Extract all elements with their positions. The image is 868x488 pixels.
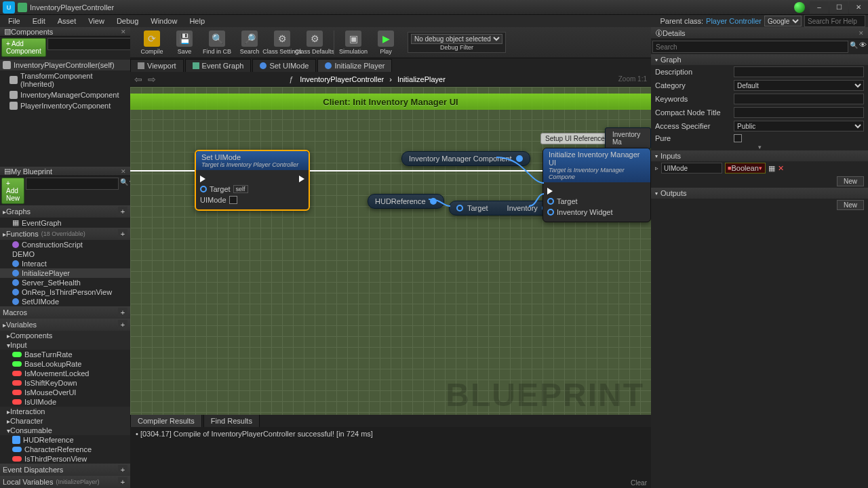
variable-item[interactable]: IsMouseOverUI <box>0 388 130 397</box>
add-new-button[interactable]: + Add New <box>1 178 24 204</box>
localvars-section[interactable]: Local Variables(InitializePlayer)+ <box>0 476 130 488</box>
tab-compiler-results[interactable]: Compiler Results <box>130 414 202 427</box>
close-button[interactable]: ✕ <box>849 1 868 14</box>
node-get-inventory[interactable]: Target Inventory <box>449 201 556 216</box>
var-group[interactable]: ▾Input <box>0 340 130 350</box>
compact-title-input[interactable] <box>734 107 864 118</box>
search-button[interactable]: 🔎Search <box>233 29 266 56</box>
param-type-select[interactable]: ■ Boolean ▾ <box>725 163 766 174</box>
access-select[interactable]: Public <box>734 121 864 131</box>
new-output-button[interactable]: New <box>837 200 864 210</box>
description-input[interactable] <box>734 66 864 77</box>
breadcrumb-parent[interactable]: InventoryPlayerController <box>300 75 384 83</box>
menu-help[interactable]: Help <box>184 16 210 26</box>
maximize-button[interactable]: ☐ <box>829 1 848 14</box>
tree-item[interactable]: Interact <box>0 259 130 268</box>
functions-section[interactable]: ▸Functions(18 Overridable)+ <box>0 228 130 240</box>
tree-item-selected[interactable]: InitializePlayer <box>0 268 130 278</box>
target-pin[interactable] <box>200 186 207 192</box>
source-control-icon[interactable] <box>794 2 805 13</box>
graph-section[interactable]: ▾Graph <box>651 54 868 65</box>
nav-back-button[interactable]: ⇦ <box>134 74 142 85</box>
find-in-cb-button[interactable]: 🔍Find in CB <box>201 29 233 56</box>
menu-view[interactable]: View <box>83 16 110 26</box>
search-icon[interactable] <box>850 41 858 53</box>
output-pin[interactable] <box>516 155 523 162</box>
node-floating[interactable]: Inventory Ma <box>605 127 651 149</box>
widget-pin[interactable] <box>547 209 554 216</box>
menu-edit[interactable]: Edit <box>27 16 51 26</box>
compile-button[interactable]: ⟳Compile <box>136 29 168 56</box>
tab-viewport[interactable]: Viewport <box>130 59 184 72</box>
plus-icon[interactable]: + <box>118 465 127 474</box>
save-button[interactable]: 💾Save <box>168 29 201 56</box>
plus-icon[interactable]: + <box>118 229 127 239</box>
node-set-uimode[interactable]: Set UIModeTarget is Inventory Player Con… <box>195 150 310 211</box>
plus-icon[interactable]: + <box>118 477 127 487</box>
expand-icon[interactable]: ▾ <box>651 144 868 150</box>
var-group[interactable]: ▸Interaction <box>0 407 130 416</box>
variable-item[interactable]: IsUIMode <box>0 397 130 407</box>
comment-setup-ui[interactable]: Setup UI References <box>540 133 613 144</box>
minimize-button[interactable]: – <box>810 1 829 14</box>
plus-icon[interactable]: + <box>118 320 127 329</box>
parent-class-link[interactable]: Player Controller <box>706 17 762 25</box>
inputs-section[interactable]: ▾Inputs <box>651 150 868 161</box>
tree-item[interactable]: SetUIMode <box>0 297 130 306</box>
play-button[interactable]: ▶Play <box>370 29 402 56</box>
tab-find-results[interactable]: Find Results <box>203 414 260 427</box>
var-group[interactable]: ▸Character <box>0 416 130 426</box>
outputs-section[interactable]: ▾Outputs <box>651 188 868 199</box>
component-item[interactable]: PlayerInventoryComponent <box>0 100 130 111</box>
exec-in-pin[interactable] <box>547 188 553 195</box>
tree-item[interactable]: OnRep_IsThirdPersonView <box>0 287 130 297</box>
simulation-button[interactable]: ▣Simulation <box>337 29 370 56</box>
eye-icon[interactable]: 👁 <box>859 41 867 53</box>
dispatchers-section[interactable]: Event Dispatchers+ <box>0 464 130 476</box>
variables-section[interactable]: ▸Variables+ <box>0 319 130 331</box>
search-engine-select[interactable]: Google <box>764 16 802 26</box>
plus-icon[interactable]: + <box>118 207 127 216</box>
new-input-button[interactable]: New <box>837 176 864 186</box>
category-select[interactable]: Default <box>734 80 864 91</box>
param-name-input[interactable] <box>661 163 722 174</box>
nav-forward-button[interactable]: ⇨ <box>148 74 156 85</box>
exec-in-pin[interactable] <box>200 176 205 182</box>
graph-canvas[interactable]: Client: Init Inventory Manager UI Set UI… <box>130 87 651 415</box>
variable-item[interactable]: HUDReference <box>0 435 130 445</box>
pure-checkbox[interactable] <box>734 134 742 142</box>
close-icon[interactable]: ✕ <box>859 30 864 37</box>
class-settings-button[interactable]: ⚙Class Settings <box>266 29 298 56</box>
close-icon[interactable]: ✕ <box>121 168 126 175</box>
variable-item[interactable]: IsMovementLocked <box>0 369 130 378</box>
target-pin[interactable] <box>456 205 463 211</box>
tab-set-uimode[interactable]: Set UIMode <box>252 59 316 72</box>
tree-item[interactable]: Server_SetHealth <box>0 278 130 287</box>
remove-param-icon[interactable]: ✕ <box>778 164 784 173</box>
class-defaults-button[interactable]: ⚙Class Defaults <box>298 29 331 56</box>
var-group[interactable]: ▾Consumable <box>0 426 130 435</box>
component-item[interactable]: InventoryManagerComponent <box>0 89 130 100</box>
variable-item[interactable]: CharacterReference <box>0 445 130 454</box>
debug-object-select[interactable]: No debug object selected Debug Filter <box>408 32 506 53</box>
search-icon[interactable] <box>120 178 128 204</box>
var-group[interactable]: ▸Components <box>0 331 130 340</box>
components-tab[interactable]: ▧ Components ✕ <box>0 27 130 37</box>
myblueprint-search-input[interactable] <box>26 178 119 190</box>
menu-file[interactable]: File <box>3 16 26 26</box>
target-pin[interactable] <box>547 198 554 205</box>
details-tab[interactable]: 🛈 Details ✕ <box>651 27 868 39</box>
array-icon[interactable]: ▦ <box>768 164 775 173</box>
myblueprint-tab[interactable]: ▤ My Blueprint ✕ <box>0 167 130 176</box>
tab-event-graph[interactable]: Event Graph <box>185 59 252 72</box>
menu-debug[interactable]: Debug <box>111 16 144 26</box>
tree-item[interactable]: ConstructionScript <box>0 240 130 249</box>
help-search-input[interactable] <box>804 15 865 27</box>
close-icon[interactable]: ✕ <box>121 28 126 35</box>
variable-item[interactable]: IsShiftKeyDown <box>0 378 130 388</box>
exec-out-pin[interactable] <box>299 176 304 182</box>
clear-button[interactable]: Clear <box>631 479 647 487</box>
add-component-button[interactable]: + Add Component <box>1 38 46 57</box>
node-hud-reference[interactable]: HUDReference <box>368 194 444 209</box>
output-pin[interactable] <box>430 198 437 205</box>
